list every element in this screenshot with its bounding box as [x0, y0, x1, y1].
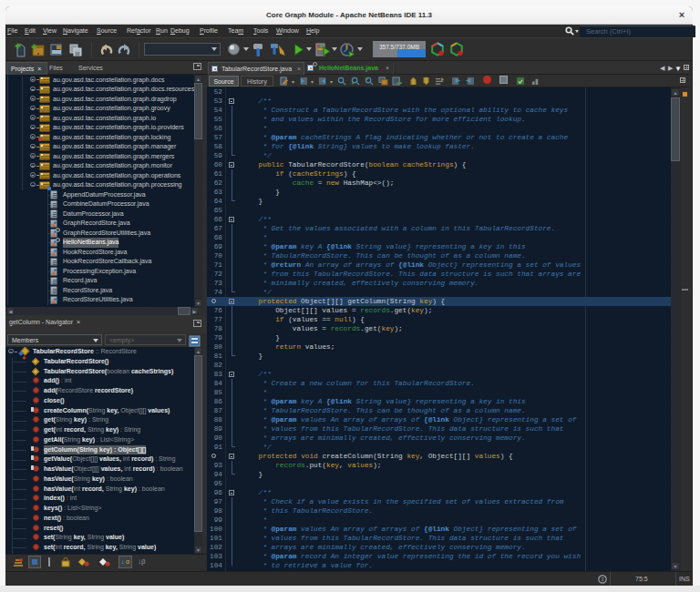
- svg-text:3: 3: [601, 577, 604, 582]
